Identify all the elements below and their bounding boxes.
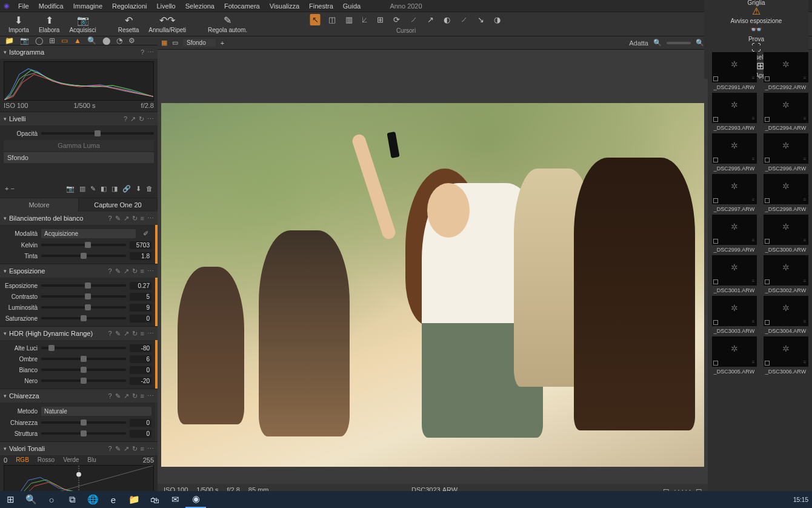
clarity-slider-0[interactable] (41, 421, 126, 424)
process-button[interactable]: ⬆Elabora (34, 15, 64, 33)
kelvin-slider[interactable] (41, 244, 126, 246)
thumbnail[interactable]: ✲≡ (764, 174, 808, 204)
rotate-tool[interactable]: ⟳ (391, 14, 402, 25)
clone-tool[interactable]: ↘ (476, 14, 486, 25)
tint-slider[interactable] (41, 255, 126, 257)
thumbnail[interactable]: ✲≡ (712, 255, 757, 286)
eyedropper-icon[interactable]: ✐ (139, 230, 151, 238)
tab-library[interactable]: 📁 (5, 36, 14, 45)
menu-camera[interactable]: Fotocamera (219, 2, 265, 10)
exposure-slider-0[interactable] (41, 284, 126, 287)
gamma-luma-layer[interactable]: Gamma Luma (4, 140, 154, 151)
download-icon[interactable]: ⬇ (136, 185, 141, 193)
import-button[interactable]: ⬇Importa (4, 15, 34, 33)
search-icon[interactable]: 🔍 (696, 39, 704, 47)
menu-guide[interactable]: Guida (338, 2, 365, 10)
cortana-button[interactable]: ○ (41, 491, 62, 508)
thumbnail[interactable]: ✲≡ (764, 215, 808, 245)
clarity-method-select[interactable]: Naturale (41, 407, 151, 416)
capture-button[interactable]: 📷Acquisisci (64, 15, 101, 33)
pointer-tool[interactable]: ↖ (310, 14, 321, 25)
auto-adjust-button[interactable]: ✎Regola autom. (203, 15, 252, 33)
menu-image[interactable]: Immagine (68, 2, 107, 10)
tab-adjust[interactable]: ⬤ (102, 36, 110, 45)
thumbnail[interactable]: ✲≡ (712, 296, 757, 326)
tab-capture[interactable]: 📷 (20, 36, 29, 45)
checkbox-icon[interactable] (713, 76, 718, 81)
tab-lens[interactable]: ◯ (35, 36, 43, 45)
hdr-value-2[interactable]: 0 (130, 366, 151, 374)
hdr-value-0[interactable]: -80 (130, 344, 151, 352)
menu-window[interactable]: Finestra (304, 2, 338, 10)
thumbnail[interactable]: ✲≡ (712, 215, 757, 245)
heal-tool[interactable]: ◑ (492, 14, 502, 25)
checkbox-icon[interactable] (765, 158, 770, 162)
loupe-tool[interactable]: ▥ (344, 14, 354, 25)
checkbox-icon[interactable] (713, 198, 718, 203)
channel-green[interactable]: Verde (63, 456, 79, 464)
opacity-slider[interactable] (41, 132, 154, 135)
start-button[interactable]: ⊞ (0, 491, 21, 508)
edge-icon[interactable]: e (103, 491, 124, 508)
thumbnail[interactable]: ✲≡ (764, 336, 808, 367)
checkbox-icon[interactable] (713, 158, 718, 162)
add-layer-icon[interactable]: + (5, 185, 8, 192)
hdr-value-1[interactable]: 6 (130, 355, 151, 363)
help-icon[interactable]: ? (141, 48, 144, 56)
exposure-slider-1[interactable] (41, 295, 126, 298)
menu-adjust[interactable]: Regolazioni (107, 2, 151, 10)
crop-tool[interactable]: ⟀ (361, 14, 369, 25)
thumbnail[interactable]: ✲≡ (764, 133, 808, 164)
thumbnail[interactable]: ✲≡ (712, 174, 757, 204)
tones-header[interactable]: ▾ Valori Tonali ?✎↗↻≡⋯ (0, 442, 158, 455)
clarity-value-0[interactable]: 0 (130, 419, 151, 427)
hand-tool[interactable]: ◫ (327, 14, 338, 25)
wb-header[interactable]: ▾ Bilanciamento del bianco ?✎↗↻≡⋯ (0, 212, 158, 225)
thumbnail[interactable]: ✲≡ (712, 52, 757, 82)
background-layer[interactable]: Sfondo (4, 152, 154, 163)
eraser-tool[interactable]: ⟋ (458, 14, 470, 25)
menu-file[interactable]: File (13, 2, 34, 10)
eraser-icon[interactable]: ◧ (101, 185, 107, 193)
thumbnail[interactable]: ✲≡ (764, 93, 808, 123)
thumbnail[interactable]: ✲≡ (712, 93, 757, 123)
checkbox-icon[interactable] (765, 76, 770, 81)
wb-mode-select[interactable]: Acquisizione (41, 229, 136, 238)
exposure-value-1[interactable]: 5 (130, 293, 151, 301)
hdr-value-3[interactable]: -20 (130, 377, 151, 385)
tab-search[interactable]: 🔍 (87, 36, 96, 45)
tab-details[interactable]: ▲ (74, 36, 81, 45)
keystone-tool[interactable]: ⊞ (375, 14, 385, 25)
exposure-value-2[interactable]: 9 (130, 304, 151, 312)
remove-layer-icon[interactable]: − (11, 185, 15, 192)
brush-icon[interactable]: ✎ (90, 185, 96, 193)
reset-button[interactable]: ↶Resetta (113, 15, 144, 33)
checkbox-icon[interactable] (765, 361, 770, 366)
hdr-slider-0[interactable] (41, 347, 126, 349)
tab-settings[interactable]: ⚙ (128, 36, 135, 45)
tab-capture-one[interactable]: Capture One 20 (79, 198, 158, 212)
thumbnail[interactable]: ✲≡ (764, 296, 808, 326)
hdr-header[interactable]: ▾ HDR (High Dynamic Range) ?✎↗↻≡⋯ (0, 327, 158, 340)
layer-dropdown[interactable]: Sfondo (183, 39, 216, 47)
channel-rgb[interactable]: RGB (16, 456, 29, 464)
histogram-header[interactable]: ▾ Istogramma ?⋯ (0, 45, 158, 59)
tab-color[interactable]: ⊞ (49, 36, 55, 45)
kelvin-value[interactable]: 5703 (130, 241, 151, 249)
explorer-icon[interactable]: 📁 (124, 491, 144, 508)
levels-header[interactable]: ▾ Livelli ?↗↻⋯ (0, 112, 158, 125)
checkbox-icon[interactable] (765, 239, 770, 244)
hdr-slider-3[interactable] (41, 379, 126, 382)
channel-red[interactable]: Rosso (38, 456, 55, 464)
exposure-value-3[interactable]: 0 (130, 315, 151, 323)
exposure-slider-2[interactable] (41, 306, 126, 309)
tint-value[interactable]: 1.8 (130, 252, 151, 260)
gradient-tool[interactable]: ◐ (442, 14, 452, 25)
trash-icon[interactable]: 🗑 (146, 185, 153, 193)
checkbox-icon[interactable] (765, 279, 770, 284)
hdr-slider-2[interactable] (41, 369, 126, 371)
thumbnail[interactable]: ✲≡ (712, 336, 757, 367)
brush-tool[interactable]: ↗ (425, 14, 436, 25)
checkbox-icon[interactable] (713, 117, 718, 122)
taskbar-clock[interactable]: 15:15 (793, 496, 808, 503)
